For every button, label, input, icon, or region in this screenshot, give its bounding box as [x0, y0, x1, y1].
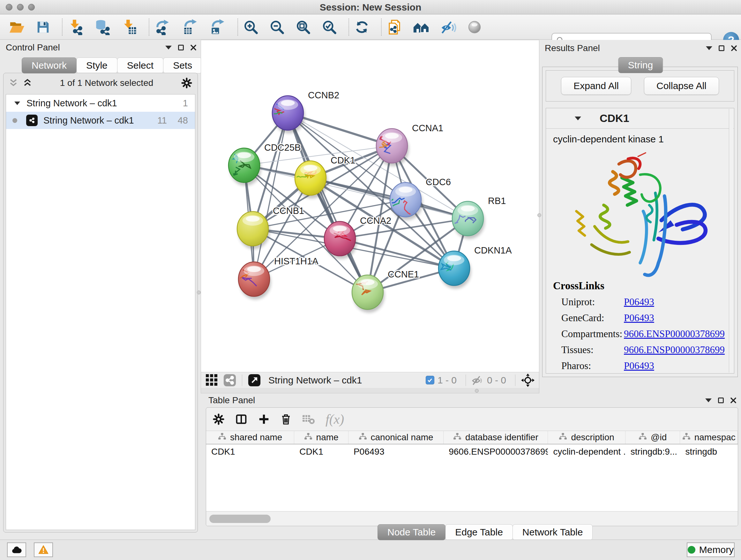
hidden-eye-slash-icon[interactable]: [472, 374, 484, 386]
zoom-fit-button[interactable]: [295, 19, 311, 35]
collapse-all-button[interactable]: Collapse All: [644, 77, 719, 95]
column-header-name[interactable]: name: [294, 431, 348, 444]
network-tab-content: 1 of 1 Network selected String Network –…: [3, 73, 198, 533]
open-session-button[interactable]: [9, 20, 25, 35]
splitter-handle[interactable]: [475, 389, 479, 393]
save-session-button[interactable]: [36, 20, 51, 35]
column-header-database-identifier[interactable]: database identifier: [444, 431, 548, 444]
warnings-button[interactable]: [34, 543, 53, 557]
table-cell[interactable]: stringdb:9...: [625, 447, 680, 457]
tab-node-table[interactable]: Node Table: [378, 524, 446, 540]
network-node-CDC25B[interactable]: [228, 148, 261, 186]
panel-menu-icon[interactable]: [165, 46, 172, 50]
table-cell[interactable]: stringdb: [680, 447, 738, 457]
export-network-button[interactable]: [154, 19, 171, 35]
network-node-CDC6[interactable]: [382, 183, 422, 220]
open-in-window-icon[interactable]: [248, 374, 261, 387]
network-node-CCNA1[interactable]: [376, 129, 409, 166]
splitter-handle[interactable]: [197, 291, 201, 294]
import-table-button[interactable]: [121, 19, 137, 35]
panel-menu-icon[interactable]: [705, 398, 712, 402]
network-view-icon[interactable]: [223, 374, 236, 387]
crosslink-link[interactable]: P06493: [624, 360, 654, 372]
splitter-handle[interactable]: [537, 213, 541, 217]
network-node-CCNB2[interactable]: [262, 96, 305, 133]
import-network-button[interactable]: [68, 19, 84, 35]
network-node-RB1[interactable]: [452, 201, 485, 239]
show-graphics-details-button[interactable]: [467, 20, 482, 35]
cloud-status-button[interactable]: [7, 543, 26, 557]
tab-string[interactable]: String: [618, 57, 663, 73]
tab-select[interactable]: Select: [117, 57, 163, 73]
memory-button[interactable]: Memory: [687, 543, 735, 557]
network-edge-CCNB2-HIST1H1A[interactable]: [254, 113, 288, 279]
scrollbar-thumb[interactable]: [209, 515, 271, 523]
network-node-HIST1H1A[interactable]: [233, 260, 271, 300]
collapse-all-icon[interactable]: [9, 78, 18, 88]
results-scrollbar[interactable]: [729, 109, 733, 373]
network-node-CDK1[interactable]: [295, 161, 327, 199]
network-canvas[interactable]: CCNB2CCNA1CDC25BCDK1CDC6RB1CCNB1CCNA2CDK…: [201, 40, 539, 372]
grid-view-icon[interactable]: [205, 374, 218, 386]
expand-all-icon[interactable]: [23, 78, 32, 88]
tab-sets[interactable]: Sets: [163, 57, 202, 73]
network-node-CCNE1[interactable]: [352, 275, 385, 313]
gene-section-header[interactable]: CDK1: [546, 108, 734, 129]
column-header-description[interactable]: description: [548, 431, 625, 444]
panel-close-icon[interactable]: [190, 44, 197, 51]
horizontal-splitter[interactable]: [201, 388, 539, 393]
export-image-button[interactable]: [209, 19, 226, 35]
panel-float-icon[interactable]: [178, 45, 184, 51]
network-node-CDKN1A[interactable]: [439, 251, 471, 289]
table-row[interactable]: CDK1CDK1P064939606.ENSP00000378699cyclin…: [206, 444, 738, 459]
tab-style[interactable]: Style: [76, 57, 118, 73]
first-neighbors-button[interactable]: [413, 20, 429, 35]
import-database-button[interactable]: [94, 19, 111, 35]
show-columns-icon[interactable]: [235, 413, 248, 425]
tab-network-table[interactable]: Network Table: [513, 524, 593, 540]
section-expander-icon[interactable]: [575, 117, 581, 120]
zoom-in-button[interactable]: [243, 19, 259, 35]
panel-float-icon[interactable]: [718, 397, 724, 403]
function-builder-button[interactable]: f(x): [326, 412, 344, 427]
table-settings-gear-icon[interactable]: [212, 413, 225, 425]
table-cell[interactable]: P06493: [348, 447, 444, 457]
network-row[interactable]: String Network – cdk1 11 48: [6, 112, 195, 129]
tab-edge-table[interactable]: Edge Table: [445, 524, 513, 540]
delete-table-icon[interactable]: [302, 413, 315, 425]
crosslink-link[interactable]: 9606.ENSP00000378699: [624, 344, 725, 356]
add-column-plus-icon[interactable]: [258, 413, 270, 425]
export-table-button[interactable]: [182, 19, 199, 35]
panel-close-icon[interactable]: [730, 397, 737, 403]
panel-float-icon[interactable]: [719, 45, 724, 51]
panel-close-icon[interactable]: [731, 45, 737, 51]
tree-expander-icon[interactable]: [14, 102, 20, 105]
network-collection-row[interactable]: String Network – cdk1 1: [6, 95, 195, 112]
panel-menu-icon[interactable]: [706, 46, 712, 50]
table-horizontal-scrollbar[interactable]: [206, 511, 738, 526]
column-header-namespac[interactable]: namespac: [680, 431, 738, 444]
zoom-selected-button[interactable]: [322, 19, 337, 35]
table-cell[interactable]: CDK1: [294, 447, 348, 457]
selected-checkbox-icon[interactable]: [426, 376, 434, 384]
copy-to-clipboard-button[interactable]: [387, 19, 402, 35]
expand-all-button[interactable]: Expand All: [561, 77, 631, 95]
delete-trash-icon[interactable]: [280, 413, 292, 426]
table-cell[interactable]: 9606.ENSP00000378699: [444, 447, 548, 457]
table-cell[interactable]: cyclin-dependent ...: [548, 447, 625, 457]
crosslink-link[interactable]: 9606.ENSP00000378699: [624, 328, 725, 340]
hide-selected-button[interactable]: [441, 19, 456, 35]
table-cell[interactable]: CDK1: [206, 447, 294, 457]
crosslink-link[interactable]: P06493: [624, 312, 654, 324]
tab-network[interactable]: Network: [22, 57, 77, 73]
column-header-shared-name[interactable]: shared name: [206, 431, 294, 444]
gear-icon[interactable]: [181, 77, 192, 89]
column-header-label: name: [316, 432, 339, 442]
column-header-canonical-name[interactable]: canonical name: [348, 431, 444, 444]
crosslink-link[interactable]: P06493: [624, 296, 654, 308]
network-node-CCNB1[interactable]: [237, 211, 270, 249]
zoom-out-button[interactable]: [269, 19, 285, 35]
refresh-layout-button[interactable]: [354, 19, 369, 35]
column-header--id[interactable]: @id: [625, 431, 680, 444]
birds-eye-view-icon[interactable]: [521, 374, 535, 387]
